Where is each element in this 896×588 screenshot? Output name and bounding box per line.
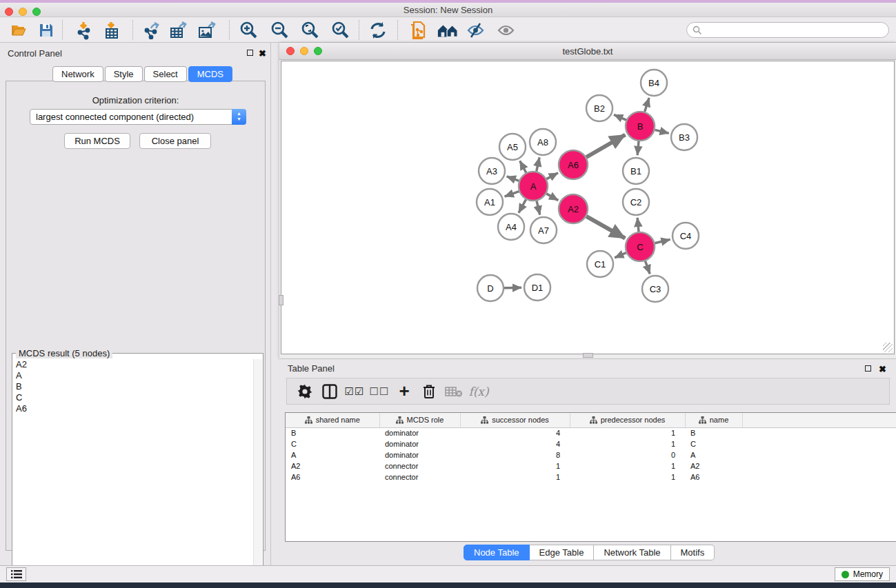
float-panel-icon[interactable]	[247, 50, 253, 56]
network-graph[interactable]: AA1A3A5A8A6A4A7A2BB2B4B3B1CC2C4C3C1DD1	[281, 61, 894, 354]
cell-shared-name[interactable]: C	[286, 438, 379, 449]
node-C2[interactable]: C2	[623, 189, 649, 215]
cell-predecessor-nodes[interactable]: 1	[570, 438, 685, 449]
edge-A2-C[interactable]	[586, 216, 625, 239]
cell-predecessor-nodes[interactable]: 1	[570, 472, 685, 483]
network-close-button[interactable]	[286, 47, 295, 55]
task-history-button[interactable]	[6, 567, 26, 581]
cell-shared-name[interactable]: A2	[286, 460, 379, 472]
node-B1[interactable]: B1	[623, 158, 649, 184]
cell-shared-name[interactable]: B	[286, 427, 379, 438]
run-mcds-button[interactable]: Run MCDS	[64, 133, 130, 149]
edge-B-B3[interactable]	[655, 130, 668, 133]
tab-node-table[interactable]: Node Table	[464, 545, 530, 560]
column-header-name[interactable]: name	[685, 413, 742, 427]
node-C3[interactable]: C3	[642, 276, 668, 302]
float-table-panel-icon[interactable]	[865, 365, 871, 372]
node-A1[interactable]: A1	[477, 189, 503, 215]
deselect-all-checkboxes-icon[interactable]: ☐☐	[367, 381, 392, 402]
tab-network[interactable]: Network	[52, 66, 103, 82]
cell-MCDS-role[interactable]: connector	[379, 472, 460, 483]
cell-successor-nodes[interactable]: 4	[460, 438, 570, 449]
edge-A-A2[interactable]	[546, 194, 558, 201]
cell-successor-nodes[interactable]: 8	[460, 449, 570, 460]
cell-shared-name[interactable]: A	[286, 449, 379, 460]
edge-B-B4[interactable]	[645, 98, 649, 112]
column-header-shared-name[interactable]: shared name	[286, 413, 379, 427]
splitter-handle-bottom[interactable]	[583, 353, 593, 358]
hide-selected-button[interactable]	[465, 20, 487, 41]
mcds-scrollbar[interactable]	[253, 359, 262, 587]
node-A6[interactable]: A6	[559, 150, 588, 179]
table-row[interactable]: A6connector11A6	[286, 472, 896, 483]
node-B[interactable]: B	[626, 112, 655, 141]
cell-predecessor-nodes[interactable]: 1	[570, 427, 685, 438]
edge-A-A4[interactable]	[519, 199, 526, 212]
network-titlebar[interactable]: testGlobe.txt	[279, 43, 896, 60]
edge-C-C4[interactable]	[655, 239, 670, 243]
node-C1[interactable]: C1	[587, 251, 613, 277]
export-image-button[interactable]	[196, 20, 218, 41]
node-A7[interactable]: A7	[530, 217, 557, 243]
new-network-from-selection-button[interactable]	[408, 20, 430, 41]
resize-grip-icon[interactable]	[883, 343, 893, 352]
cell-name[interactable]: A6	[685, 472, 742, 483]
criterion-dropdown[interactable]: largest connected component (directed) ▲…	[30, 109, 246, 125]
close-table-panel-icon[interactable]: ✖	[879, 365, 886, 373]
splitter-handle-left[interactable]	[279, 295, 283, 305]
mcds-result-list[interactable]: A2ABCA6	[13, 359, 253, 587]
cell-name[interactable]: A2	[685, 460, 742, 472]
show-all-button[interactable]	[495, 20, 517, 41]
tab-edge-table[interactable]: Edge Table	[530, 545, 595, 560]
edge-A-A6[interactable]	[546, 173, 558, 179]
edge-A-A5[interactable]	[520, 161, 526, 172]
cell-MCDS-role[interactable]: dominator	[379, 427, 460, 438]
tab-motifs[interactable]: Motifs	[671, 545, 715, 560]
node-C4[interactable]: C4	[673, 223, 699, 249]
column-header-predecessor-nodes[interactable]: predecessor nodes	[570, 413, 685, 427]
network-canvas[interactable]: AA1A3A5A8A6A4A7A2BB2B4B3B1CC2C4C3C1DD1	[281, 61, 895, 354]
add-column-icon[interactable]: +	[392, 381, 417, 402]
close-panel-icon[interactable]: ✖	[259, 50, 266, 57]
zoom-selected-button[interactable]	[330, 20, 352, 41]
cell-successor-nodes[interactable]: 4	[460, 427, 570, 438]
node-A4[interactable]: A4	[498, 214, 524, 240]
cell-MCDS-role[interactable]: dominator	[379, 438, 460, 449]
node-D[interactable]: D	[477, 275, 504, 301]
edge-C-C1[interactable]	[615, 253, 626, 258]
node-A3[interactable]: A3	[479, 158, 505, 184]
tab-mcds[interactable]: MCDS	[188, 66, 232, 82]
column-header-successor-nodes[interactable]: successor nodes	[460, 413, 570, 427]
tab-select[interactable]: Select	[144, 66, 187, 82]
edge-C-C2[interactable]	[637, 218, 639, 232]
tab-network-table[interactable]: Network Table	[594, 545, 670, 560]
column-header-MCDS-role[interactable]: MCDS role	[379, 413, 460, 427]
mcds-result-item[interactable]: A6	[13, 403, 253, 414]
export-table-button[interactable]	[168, 20, 190, 41]
settings-gear-icon[interactable]	[292, 381, 317, 402]
edge-A6-B[interactable]	[586, 134, 625, 157]
mcds-result-item[interactable]: A	[13, 370, 253, 381]
mcds-result-item[interactable]: A2	[13, 359, 253, 370]
node-B4[interactable]: B4	[641, 70, 667, 96]
cell-name[interactable]: C	[685, 438, 742, 449]
search-field[interactable]	[686, 22, 889, 38]
edge-A-A7[interactable]	[537, 201, 540, 214]
memory-button[interactable]: Memory	[835, 567, 890, 581]
table-row[interactable]: Bdominator41B	[286, 427, 896, 438]
mcds-result-item[interactable]: C	[13, 392, 253, 403]
table-row[interactable]: Adominator80A	[286, 449, 896, 460]
search-input[interactable]	[702, 26, 875, 35]
node-A5[interactable]: A5	[499, 134, 526, 160]
cell-name[interactable]: A	[685, 449, 742, 460]
cell-predecessor-nodes[interactable]: 1	[570, 460, 685, 472]
import-network-button[interactable]	[73, 20, 95, 41]
network-minimize-button[interactable]	[300, 47, 308, 55]
node-A[interactable]: A	[519, 172, 548, 201]
zoom-fit-button[interactable]	[299, 20, 321, 41]
edge-C-C3[interactable]	[645, 261, 650, 274]
edge-B-B2[interactable]	[614, 114, 626, 120]
edge-A-A8[interactable]	[537, 157, 539, 171]
node-D1[interactable]: D1	[524, 274, 550, 301]
mcds-result-item[interactable]: B	[13, 381, 253, 392]
